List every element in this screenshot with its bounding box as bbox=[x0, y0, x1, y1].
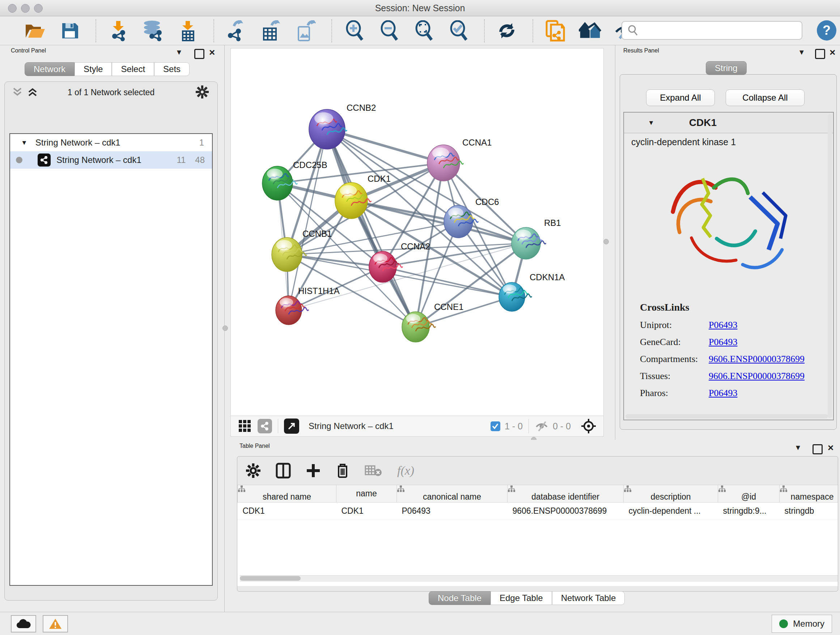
tab-network[interactable]: Network bbox=[25, 62, 74, 76]
table-cell[interactable]: P06493 bbox=[397, 502, 508, 519]
float-panel-icon[interactable]: ▼ bbox=[175, 48, 183, 57]
crosslink-link[interactable]: P06493 bbox=[709, 337, 737, 348]
import-network-database-button[interactable] bbox=[142, 19, 164, 42]
float-panel-icon[interactable]: ▼ bbox=[794, 443, 802, 452]
table-cell[interactable]: 9606.ENSP00000378699 bbox=[508, 502, 624, 519]
node-CDC25B[interactable]: CDC25B bbox=[262, 160, 327, 200]
tab-select[interactable]: Select bbox=[112, 62, 154, 76]
search-input[interactable] bbox=[642, 25, 795, 36]
table-cell[interactable]: stringdb bbox=[780, 502, 838, 519]
crosslink-link[interactable]: P06493 bbox=[709, 320, 737, 331]
delete-column-button[interactable] bbox=[336, 463, 349, 478]
open-session-button[interactable] bbox=[24, 19, 46, 42]
cloud-status-button[interactable] bbox=[11, 615, 36, 632]
close-panel-icon[interactable]: × bbox=[829, 47, 835, 58]
zoom-in-button[interactable] bbox=[343, 19, 365, 42]
function-builder-button[interactable]: f(x) bbox=[397, 464, 414, 478]
close-panel-icon[interactable]: × bbox=[828, 442, 834, 454]
clone-network-button[interactable] bbox=[544, 19, 567, 42]
network-node-count: 11 bbox=[177, 155, 186, 165]
detach-view-button[interactable] bbox=[284, 418, 299, 434]
export-network-button[interactable] bbox=[225, 19, 248, 42]
zoom-fit-button[interactable] bbox=[412, 19, 435, 42]
left-splitter-handle[interactable] bbox=[223, 325, 228, 331]
edge-CCNA2-CDKN1A[interactable] bbox=[383, 267, 512, 297]
crosslink-link[interactable]: P06493 bbox=[709, 388, 737, 399]
collapse-all-button[interactable]: Collapse All bbox=[726, 89, 805, 106]
birdseye-toggle-button[interactable] bbox=[581, 418, 596, 434]
network-canvas[interactable]: CCNB2CCNA1CDC25BCDK1CDC6RB1CCNB1CCNA2CDK… bbox=[231, 48, 604, 416]
table-cell[interactable]: CDK1 bbox=[336, 502, 397, 519]
create-column-button[interactable] bbox=[306, 463, 321, 478]
column-header-name[interactable]: name bbox=[336, 485, 397, 502]
network-row[interactable]: String Network – cdk1 11 48 bbox=[10, 151, 212, 169]
help-button[interactable]: ? bbox=[817, 20, 836, 41]
maximize-panel-icon[interactable] bbox=[815, 49, 825, 60]
save-session-button[interactable] bbox=[58, 19, 81, 42]
tab-sets[interactable]: Sets bbox=[154, 62, 189, 76]
table-cell[interactable]: stringdb:9... bbox=[718, 502, 780, 519]
export-image-button[interactable] bbox=[294, 19, 317, 42]
maximize-panel-icon[interactable] bbox=[813, 444, 823, 456]
selected-checkbox-icon[interactable] bbox=[491, 421, 500, 431]
delete-table-button[interactable] bbox=[365, 464, 382, 477]
collection-expand-arrow-icon[interactable]: ▼ bbox=[21, 139, 27, 147]
network-collection-row[interactable]: ▼ String Network – cdk1 1 bbox=[10, 134, 212, 151]
table-cell[interactable]: cyclin-dependent ... bbox=[624, 502, 718, 519]
gene-description: cyclin-dependent kinase 1 bbox=[624, 133, 833, 147]
column-header-database-identifier[interactable]: database identifier bbox=[508, 485, 624, 502]
edge-CCNB2-HIST1H1A[interactable] bbox=[289, 129, 327, 310]
tab-style[interactable]: Style bbox=[74, 62, 112, 76]
zoom-selected-button[interactable] bbox=[447, 19, 470, 42]
table-cell[interactable]: CDK1 bbox=[238, 502, 336, 519]
export-table-icon bbox=[261, 20, 281, 41]
column-header-canonical-name[interactable]: canonical name bbox=[397, 485, 508, 502]
tab-node-table[interactable]: Node Table bbox=[429, 591, 491, 605]
import-network-file-button[interactable] bbox=[107, 19, 129, 42]
results-horizontal-scrollbar[interactable] bbox=[625, 414, 828, 418]
tab-edge-table[interactable]: Edge Table bbox=[491, 591, 552, 605]
column-header-namespace[interactable]: namespace bbox=[780, 485, 838, 502]
table-horizontal-scrollbar-thumb[interactable] bbox=[240, 576, 301, 581]
network-options-gear-icon[interactable] bbox=[196, 86, 209, 98]
node-CDKN1A[interactable]: CDKN1A bbox=[499, 272, 565, 311]
results-vertical-scrollbar[interactable] bbox=[828, 114, 832, 418]
zoom-out-button[interactable] bbox=[378, 19, 400, 42]
column-header--id[interactable]: @id bbox=[718, 485, 780, 502]
first-neighbors-button[interactable] bbox=[579, 19, 601, 42]
expand-all-button[interactable]: Expand All bbox=[646, 89, 715, 106]
warnings-button[interactable] bbox=[43, 615, 68, 632]
close-panel-icon[interactable]: × bbox=[209, 47, 215, 58]
import-table-button[interactable] bbox=[177, 19, 199, 42]
node-label-CCNA2: CCNA2 bbox=[401, 241, 430, 251]
table-row[interactable]: CDK1CDK1P064939606.ENSP00000378699cyclin… bbox=[238, 502, 838, 519]
crosslink-link[interactable]: 9606.ENSP00000378699 bbox=[709, 371, 805, 382]
apply-layout-button[interactable] bbox=[496, 19, 518, 42]
node-CCNA1[interactable]: CCNA1 bbox=[427, 138, 492, 181]
node-RB1[interactable]: RB1 bbox=[512, 218, 561, 259]
export-table-button[interactable] bbox=[260, 19, 282, 42]
node-HIST1H1A[interactable]: HIST1H1A bbox=[276, 286, 340, 325]
gene-collapse-arrow-icon[interactable]: ▼ bbox=[648, 119, 654, 127]
crosslink-row: Pharos:P06493 bbox=[640, 388, 833, 399]
crosslink-link[interactable]: 9606.ENSP00000378699 bbox=[709, 354, 805, 364]
memory-status-dot-icon bbox=[779, 619, 788, 628]
tab-network-table[interactable]: Network Table bbox=[552, 591, 625, 605]
gene-header[interactable]: ▼ CDK1 bbox=[624, 112, 833, 133]
node-CCNB2[interactable]: CCNB2 bbox=[309, 103, 376, 149]
maximize-panel-icon[interactable] bbox=[194, 49, 204, 60]
right-splitter-handle[interactable] bbox=[603, 239, 609, 244]
table-options-button[interactable] bbox=[246, 463, 261, 478]
tab-string[interactable]: String bbox=[706, 61, 747, 75]
float-panel-icon[interactable]: ▼ bbox=[798, 48, 805, 57]
grid-view-button[interactable] bbox=[239, 420, 251, 432]
column-header-shared-name[interactable]: shared name bbox=[238, 485, 336, 502]
column-type-icon bbox=[780, 486, 787, 492]
network-graph[interactable]: CCNB2CCNA1CDC25BCDK1CDC6RB1CCNB1CCNA2CDK… bbox=[231, 49, 603, 416]
edge-CCNB2-CCNE1[interactable] bbox=[327, 129, 416, 327]
memory-button[interactable]: Memory bbox=[772, 615, 832, 633]
column-header-description[interactable]: description bbox=[624, 485, 718, 502]
single-view-button[interactable] bbox=[257, 419, 272, 433]
table-horizontal-scrollbar-track[interactable] bbox=[240, 575, 838, 582]
show-columns-button[interactable] bbox=[276, 463, 291, 478]
